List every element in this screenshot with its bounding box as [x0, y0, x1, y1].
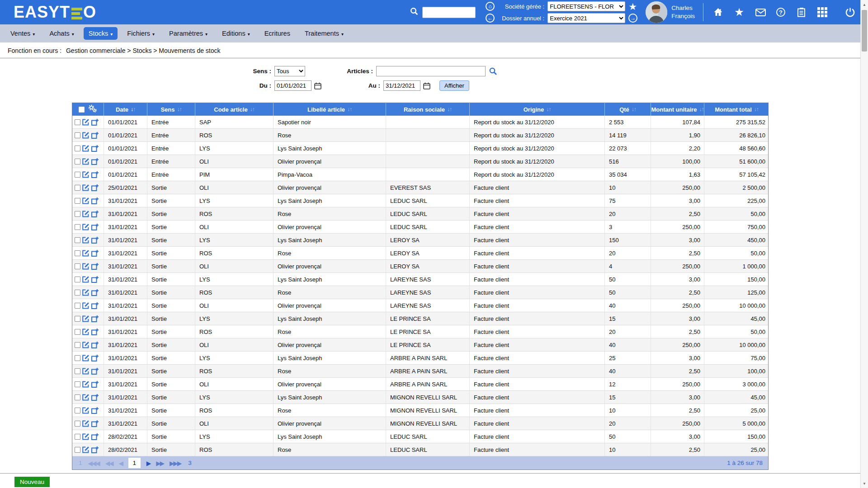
scroll-down-icon[interactable]: ▼	[861, 480, 868, 487]
societe-select[interactable]: FLOREETSENS - FLOR	[547, 1, 625, 11]
table-row[interactable]: 31/01/2021 Sortie OLI Olivier provençal …	[72, 260, 768, 273]
apps-grid-icon[interactable]	[817, 7, 828, 18]
column-header-montant-unitaire[interactable]: Montant unitaire↓↑	[651, 103, 704, 116]
duplicate-icon[interactable]	[91, 145, 99, 152]
sort-asc-icon[interactable]: ↑	[756, 106, 759, 113]
sens-select[interactable]: Tous	[274, 66, 305, 76]
duplicate-icon[interactable]	[91, 354, 99, 362]
edit-icon[interactable]	[82, 302, 90, 310]
edit-icon[interactable]	[82, 171, 90, 178]
row-checkbox[interactable]	[75, 132, 80, 138]
table-row[interactable]: 25/01/2021 Sortie OLI Olivier provençal …	[72, 181, 768, 194]
sort-asc-icon[interactable]: ↑	[349, 106, 352, 113]
calendar-icon[interactable]	[314, 82, 321, 89]
edit-icon[interactable]	[82, 367, 90, 375]
duplicate-icon[interactable]	[91, 131, 99, 139]
table-row[interactable]: 31/01/2021 Sortie ROS Rose LAREYNE SAS F…	[72, 286, 768, 299]
menu-ventes[interactable]: Ventes▾	[5, 27, 40, 40]
dossier-back-icon[interactable]: ←	[486, 14, 495, 23]
duplicate-icon[interactable]	[91, 341, 99, 349]
row-checkbox[interactable]	[75, 145, 80, 151]
column-header-origine[interactable]: Origine↓↑	[470, 103, 605, 116]
column-header-montant-total[interactable]: Montant total↓↑	[704, 103, 769, 116]
table-row[interactable]: 28/02/2021 Sortie LYS Lys Saint Joseph L…	[72, 430, 768, 443]
page-number-first[interactable]: 1	[79, 460, 82, 466]
duplicate-icon[interactable]	[91, 420, 99, 427]
duplicate-icon[interactable]	[91, 158, 99, 165]
last-page-icon[interactable]: ▶▶▶	[170, 460, 181, 467]
duplicate-icon[interactable]	[91, 263, 99, 270]
row-checkbox[interactable]	[75, 237, 80, 243]
duplicate-icon[interactable]	[91, 394, 99, 401]
row-checkbox[interactable]	[75, 119, 80, 125]
column-header-date[interactable]: Date↓↑	[104, 103, 147, 116]
menu-ecritures[interactable]: Ecritures	[259, 27, 295, 40]
table-row[interactable]: 28/02/2021 Sortie ROS Rose LEDUC SARL Fa…	[72, 443, 768, 456]
duplicate-icon[interactable]	[91, 446, 99, 454]
current-page-box[interactable]: 1	[128, 458, 141, 468]
edit-icon[interactable]	[82, 276, 90, 283]
table-row[interactable]: 31/01/2021 Sortie ROS Rose LEDUC SARL Fa…	[72, 207, 768, 221]
articles-input[interactable]	[376, 66, 486, 76]
edit-icon[interactable]	[82, 184, 90, 192]
sort-asc-icon[interactable]: ↑	[252, 106, 255, 113]
home-icon[interactable]	[712, 7, 723, 18]
row-checkbox[interactable]	[75, 342, 80, 348]
table-row[interactable]: 31/01/2021 Sortie LYS Lys Saint Joseph L…	[72, 194, 768, 207]
au-date-input[interactable]	[383, 80, 420, 91]
table-row[interactable]: 01/01/2021 Entrée ROS Rose Report du sto…	[72, 129, 768, 142]
column-header-sens[interactable]: Sens↓↑	[147, 103, 195, 116]
duplicate-icon[interactable]	[91, 367, 99, 375]
app-logo[interactable]: EASYTO	[14, 3, 96, 22]
edit-icon[interactable]	[82, 145, 90, 152]
select-all-header[interactable]	[72, 103, 104, 116]
row-checkbox[interactable]	[75, 250, 80, 256]
table-row[interactable]: 31/01/2021 Sortie LYS Lys Saint Joseph L…	[72, 273, 768, 286]
duplicate-icon[interactable]	[91, 433, 99, 441]
row-checkbox[interactable]	[75, 159, 80, 164]
next-page-icon[interactable]: ▶	[146, 460, 150, 467]
sort-asc-icon[interactable]: ↑	[634, 106, 636, 113]
duplicate-icon[interactable]	[91, 118, 99, 126]
edit-icon[interactable]	[82, 341, 90, 349]
edit-icon[interactable]	[82, 315, 90, 323]
edit-icon[interactable]	[82, 249, 90, 257]
table-row[interactable]: 31/01/2021 Sortie LYS Lys Saint Joseph A…	[72, 352, 768, 365]
sort-asc-icon[interactable]: ↑	[133, 106, 135, 113]
user-block[interactable]: Charles François	[646, 1, 695, 23]
table-row[interactable]: 01/01/2021 Entrée PIM Pimpa-Vacoa Report…	[72, 168, 768, 181]
column-header-raison-sociale[interactable]: Raison sociale↓↑	[386, 103, 470, 116]
scroll-up-icon[interactable]: ▲	[861, 1, 868, 8]
articles-search-icon[interactable]	[489, 67, 497, 75]
row-checkbox[interactable]	[75, 263, 80, 269]
help-icon[interactable]: ?	[776, 8, 785, 17]
notes-icon[interactable]	[796, 7, 807, 18]
gears-icon[interactable]	[88, 104, 97, 114]
table-row[interactable]: 31/01/2021 Sortie ROS Rose LE PRINCE SA …	[72, 325, 768, 338]
edit-icon[interactable]	[82, 118, 90, 126]
row-checkbox[interactable]	[75, 211, 80, 217]
edit-icon[interactable]	[82, 131, 90, 139]
table-row[interactable]: 31/01/2021 Sortie OLI Olivier provençal …	[72, 338, 768, 352]
duplicate-icon[interactable]	[91, 223, 99, 231]
edit-icon[interactable]	[82, 236, 90, 244]
table-row[interactable]: 01/01/2021 Entrée LYS Lys Saint Joseph R…	[72, 142, 768, 155]
duplicate-icon[interactable]	[91, 328, 99, 336]
edit-icon[interactable]	[82, 394, 90, 401]
duplicate-icon[interactable]	[91, 249, 99, 257]
vertical-scrollbar[interactable]: ▲ ▼	[860, 0, 868, 488]
dossier-select[interactable]: Exercice 2021	[547, 13, 625, 23]
first-page-icon[interactable]: ◀◀◀	[88, 460, 99, 467]
sort-asc-icon[interactable]: ↑	[548, 106, 551, 113]
duplicate-icon[interactable]	[91, 276, 99, 283]
row-checkbox[interactable]	[75, 421, 80, 427]
page-number-last[interactable]: 3	[188, 460, 192, 466]
edit-icon[interactable]	[82, 289, 90, 296]
duplicate-icon[interactable]	[91, 236, 99, 244]
table-row[interactable]: 31/01/2021 Sortie LYS Lys Saint Joseph L…	[72, 312, 768, 325]
table-row[interactable]: 31/01/2021 Sortie ROS Rose ARBRE A PAIN …	[72, 365, 768, 378]
table-row[interactable]: 31/01/2021 Sortie OLI Olivier provençal …	[72, 221, 768, 234]
edit-icon[interactable]	[82, 407, 90, 414]
duplicate-icon[interactable]	[91, 184, 99, 192]
edit-icon[interactable]	[82, 197, 90, 205]
